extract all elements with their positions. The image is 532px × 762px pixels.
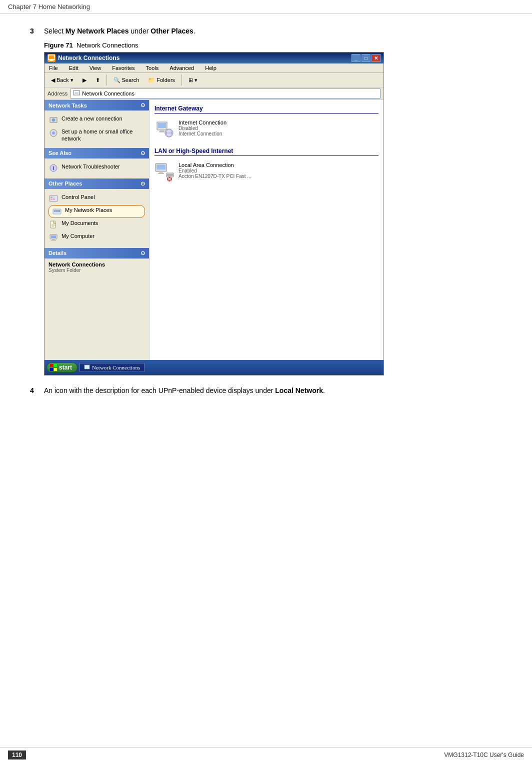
svg-rect-39 (168, 174, 168, 176)
step4-text-before: An icon with the description for each UP… (44, 386, 275, 394)
svg-rect-0 (48, 55, 54, 60)
see-also-label: See Also (48, 150, 72, 156)
step4-row: 4 An icon with the description for each … (30, 386, 502, 396)
start-button[interactable]: start (46, 362, 78, 372)
title-bar-left: Network Connections (48, 54, 120, 62)
window-body: Network Tasks ⊙ Create a new connecti (44, 100, 384, 360)
my-computer-icon (48, 232, 58, 242)
views-button[interactable]: ⊞▾ (185, 76, 201, 85)
other-places-chevron: ⊙ (140, 180, 145, 187)
see-also-header[interactable]: See Also ⊙ (44, 148, 149, 158)
svg-rect-1 (50, 60, 53, 60)
menu-advanced[interactable]: Advanced (168, 64, 196, 72)
up-button[interactable]: ⬆ (92, 76, 104, 85)
other-places-content: Control Panel My Network Places (44, 189, 149, 247)
network-tasks-header[interactable]: Network Tasks ⊙ (44, 100, 149, 110)
panel-item-create-connection[interactable]: Create a new connection (48, 114, 145, 126)
svg-rect-37 (158, 173, 164, 174)
svg-rect-2 (49, 60, 54, 61)
address-value: Network Connections (82, 90, 134, 96)
right-panel: Internet Gateway (150, 100, 384, 360)
svg-rect-41 (172, 174, 172, 176)
up-icon: ⬆ (96, 77, 100, 84)
svg-rect-29 (160, 130, 164, 132)
my-computer-text: My Computer (62, 232, 94, 240)
network-tasks-content: Create a new connection Set up a home or… (44, 110, 149, 147)
step3-number: 3 (30, 26, 44, 35)
back-icon: ◀ (51, 77, 55, 84)
see-also-content: i Network Troubleshooter (44, 158, 149, 178)
page-number: 110 (8, 750, 26, 760)
details-section: Details ⊙ Network Connections System Fol… (44, 248, 149, 276)
create-connection-icon (48, 115, 58, 125)
step4-number: 4 (30, 386, 44, 394)
svg-rect-28 (158, 123, 166, 128)
svg-rect-15 (53, 198, 55, 200)
internet-gateway-section: Internet Gateway (154, 105, 378, 142)
folders-icon: 📁 (148, 77, 155, 84)
folders-button[interactable]: 📁 Folders (144, 76, 178, 85)
troubleshooter-text: Network Troubleshooter (62, 163, 120, 170)
my-network-places-icon (52, 206, 62, 216)
left-panel: Network Tasks ⊙ Create a new connecti (44, 100, 150, 360)
forward-button[interactable]: ▶ (79, 76, 90, 85)
lan-connection-icon (154, 162, 174, 182)
svg-rect-47 (50, 368, 53, 371)
address-box[interactable]: Network Connections (70, 88, 380, 98)
internet-connection-status: Disabled (178, 126, 226, 131)
start-label: start (59, 364, 72, 371)
panel-item-my-documents[interactable]: My Documents (48, 218, 145, 231)
forward-icon: ▶ (82, 77, 86, 84)
menu-help[interactable]: Help (204, 64, 218, 72)
other-places-header[interactable]: Other Places ⊙ (44, 178, 149, 189)
menu-tools[interactable]: Tools (144, 64, 160, 72)
menu-file[interactable]: File (48, 64, 60, 72)
close-button[interactable]: ✕ (372, 54, 380, 62)
lan-connection-info: Local Area Connection Enabled Accton EN1… (178, 162, 252, 179)
panel-item-troubleshooter[interactable]: i Network Troubleshooter (48, 162, 145, 174)
network-tasks-chevron: ⊙ (140, 102, 145, 108)
address-label: Address (48, 90, 68, 96)
lan-connection-status: Enabled (178, 168, 252, 174)
title-bar-text: Network Connections (58, 54, 120, 62)
details-header[interactable]: Details ⊙ (44, 248, 149, 258)
title-bar-controls: _ □ ✕ (352, 54, 380, 62)
panel-item-setup-network[interactable]: Set up a home or small office network (48, 126, 145, 144)
step4-bold: Local Network (275, 386, 323, 394)
taskbar-network-connections[interactable]: Network Connections (80, 363, 144, 372)
internet-gateway-header: Internet Gateway (154, 105, 378, 114)
svg-rect-46 (54, 364, 57, 367)
menu-edit[interactable]: Edit (68, 64, 80, 72)
panel-item-control-panel[interactable]: Control Panel (48, 192, 145, 205)
menu-favorites[interactable]: Favorites (110, 64, 136, 72)
panel-item-my-computer[interactable]: My Computer (48, 231, 145, 244)
svg-rect-36 (159, 172, 163, 173)
svg-rect-30 (159, 132, 165, 132)
search-button[interactable]: 🔍 Search (110, 76, 143, 85)
chapter-title: Chapter 7 Home Networking (8, 3, 90, 10)
svg-rect-45 (50, 364, 53, 367)
maximize-button[interactable]: □ (362, 54, 370, 62)
lan-connection-item[interactable]: Local Area Connection Enabled Accton EN1… (154, 160, 378, 184)
svg-rect-17 (54, 210, 57, 212)
svg-rect-49 (84, 365, 90, 369)
title-bar: Network Connections _ □ ✕ (44, 52, 384, 64)
step3-text-middle: under (129, 27, 151, 35)
see-also-section: See Also ⊙ i Network Troubleshooter (44, 148, 149, 178)
search-icon: 🔍 (114, 77, 120, 84)
panel-item-my-network-places[interactable]: My Network Places (48, 205, 145, 218)
minimize-button[interactable]: _ (352, 54, 360, 62)
internet-connection-name: Internet Connection (178, 120, 226, 126)
details-chevron: ⊙ (140, 250, 145, 256)
figure-title: Network Connections (76, 42, 138, 49)
address-icon (73, 90, 80, 98)
svg-rect-26 (51, 240, 56, 240)
page-content: 3 Select My Network Places under Other P… (0, 14, 532, 408)
details-content: Network Connections System Folder (44, 258, 149, 276)
internet-connection-item[interactable]: Internet Connection Disabled Internet Co… (154, 118, 378, 142)
step3-text-after: . (194, 27, 196, 35)
svg-point-6 (52, 118, 55, 122)
menu-view[interactable]: View (88, 64, 103, 72)
my-network-places-text: My Network Places (65, 206, 112, 214)
back-button[interactable]: ◀ Back ▾ (48, 76, 77, 85)
